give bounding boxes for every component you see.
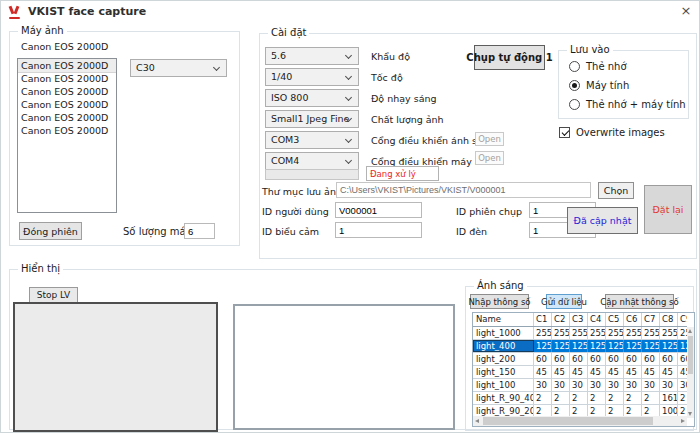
value-cell[interactable]: 2 [534,392,552,404]
table-row[interactable]: light_100303030303030303030 [473,379,687,392]
value-cell[interactable]: 45 [552,366,570,378]
value-cell[interactable]: 60 [534,353,552,365]
save-to-radio-option[interactable]: Thẻ nhớ + máy tính [559,95,688,114]
updated-button[interactable]: Đã cập nhật [567,207,638,234]
value-cell[interactable]: 125 [588,340,606,352]
update-params-button[interactable]: Cập nhật thông số [605,294,674,309]
light-port-combo[interactable]: COM3 [265,131,359,149]
overwrite-checkbox-row[interactable]: Overwrite images [559,127,665,138]
value-cell[interactable]: 125 [624,340,642,352]
light-port-open-button[interactable]: Open [475,132,504,146]
value-cell[interactable]: 2 [570,392,588,404]
value-cell[interactable]: 125 [552,340,570,352]
auto-capture-button[interactable]: Chụp tự động 1 [474,45,545,70]
camera-type-combo[interactable]: C30 [130,59,227,77]
table-row[interactable]: light_200606060606060606060 [473,353,687,366]
camera-count-input[interactable] [184,223,215,239]
expression-id-input[interactable] [335,222,422,238]
value-cell[interactable]: 30 [588,379,606,391]
value-cell[interactable]: 45 [534,366,552,378]
value-cell[interactable]: 255 [534,327,552,339]
value-cell[interactable]: 255 [570,327,588,339]
choose-folder-button[interactable]: Chọn [598,182,634,199]
value-cell[interactable]: 125 [606,340,624,352]
camera-port-open-button[interactable]: Open [475,151,504,165]
close-session-button[interactable]: Đóng phiên [19,222,82,240]
aperture-combo[interactable]: 5.6 [265,47,359,65]
reset-button[interactable]: Đặt lại [644,185,692,234]
camera-list-item[interactable]: Canon EOS 2000D [18,111,116,124]
table-row[interactable]: light_150454545454545454545 [473,366,687,379]
table-row[interactable]: light_R_90_40022222221612 [473,392,687,405]
column-header[interactable]: C9 [678,313,687,326]
user-id-input[interactable] [335,202,422,218]
vertical-scroll-thumb[interactable] [688,336,693,374]
value-cell[interactable]: 30 [660,379,678,391]
value-cell[interactable]: 60 [570,353,588,365]
folder-path-input[interactable] [336,182,591,198]
horizontal-scroll-thumb[interactable] [483,417,653,425]
table-row[interactable]: light_1000255255255255255255255255255 [473,327,687,340]
value-cell[interactable]: 255 [588,327,606,339]
column-header[interactable]: C5 [606,313,624,326]
value-cell[interactable]: 30 [678,379,687,391]
camera-list-item[interactable]: Canon EOS 2000D [18,85,116,98]
shutter-combo[interactable]: 1/40 [265,68,359,86]
import-params-button[interactable]: Nhập thông số [470,294,529,309]
row-name-cell[interactable]: light_200 [473,353,534,365]
value-cell[interactable]: 125 [642,340,660,352]
row-name-cell[interactable]: light_100 [473,379,534,391]
value-cell[interactable]: 2 [552,392,570,404]
value-cell[interactable]: 255 [678,327,687,339]
value-cell[interactable]: 2 [588,392,606,404]
value-cell[interactable]: 125 [678,340,687,352]
value-cell[interactable]: 45 [660,366,678,378]
value-cell[interactable]: 255 [624,327,642,339]
value-cell[interactable]: 255 [642,327,660,339]
value-cell[interactable]: 125 [660,340,678,352]
value-cell[interactable]: 2 [624,392,642,404]
camera-list-item[interactable]: Canon EOS 2000D [18,72,116,85]
row-name-cell[interactable]: light_400 [473,340,534,352]
scroll-down-icon[interactable] [688,412,692,416]
scroll-up-icon[interactable] [688,329,692,333]
value-cell[interactable]: 161 [660,392,678,404]
value-cell[interactable]: 60 [678,353,687,365]
stop-liveview-button[interactable]: Stop LV [29,287,78,303]
lighting-table[interactable]: NameC1C2C3C4C5C6C7C8C9light_100025525525… [472,312,695,427]
value-cell[interactable]: 125 [570,340,588,352]
column-header[interactable]: C2 [552,313,570,326]
value-cell[interactable]: 30 [534,379,552,391]
iso-combo[interactable]: ISO 800 [265,89,359,107]
scroll-left-icon[interactable] [475,419,479,423]
column-header[interactable]: C4 [588,313,606,326]
save-to-radio-option[interactable]: Thẻ nhớ [559,57,688,76]
value-cell[interactable]: 45 [624,366,642,378]
value-cell[interactable]: 60 [624,353,642,365]
value-cell[interactable]: 45 [678,366,687,378]
send-data-button[interactable]: Gửi dữ liệu [546,294,582,309]
vertical-scrollbar[interactable] [687,327,694,418]
value-cell[interactable]: 30 [552,379,570,391]
row-name-cell[interactable]: light_150 [473,366,534,378]
value-cell[interactable]: 2 [606,392,624,404]
camera-list-item[interactable]: Canon EOS 2000D [18,59,116,72]
value-cell[interactable]: 60 [642,353,660,365]
value-cell[interactable]: 45 [570,366,588,378]
camera-list-item[interactable]: Canon EOS 2000D [18,124,116,137]
row-name-cell[interactable]: light_R_90_400 [473,392,534,404]
save-to-radio-option[interactable]: Máy tính [559,76,688,95]
value-cell[interactable]: 255 [606,327,624,339]
value-cell[interactable]: 30 [606,379,624,391]
value-cell[interactable]: 60 [606,353,624,365]
value-cell[interactable]: 255 [660,327,678,339]
scroll-right-icon[interactable] [681,419,685,423]
quality-combo[interactable]: Small1 Jpeg Fine [265,110,359,128]
column-header[interactable]: C1 [534,313,552,326]
value-cell[interactable]: 60 [552,353,570,365]
value-cell[interactable]: 60 [660,353,678,365]
close-icon[interactable]: × [677,3,695,20]
value-cell[interactable]: 2 [678,392,687,404]
value-cell[interactable]: 255 [552,327,570,339]
value-cell[interactable]: 45 [588,366,606,378]
